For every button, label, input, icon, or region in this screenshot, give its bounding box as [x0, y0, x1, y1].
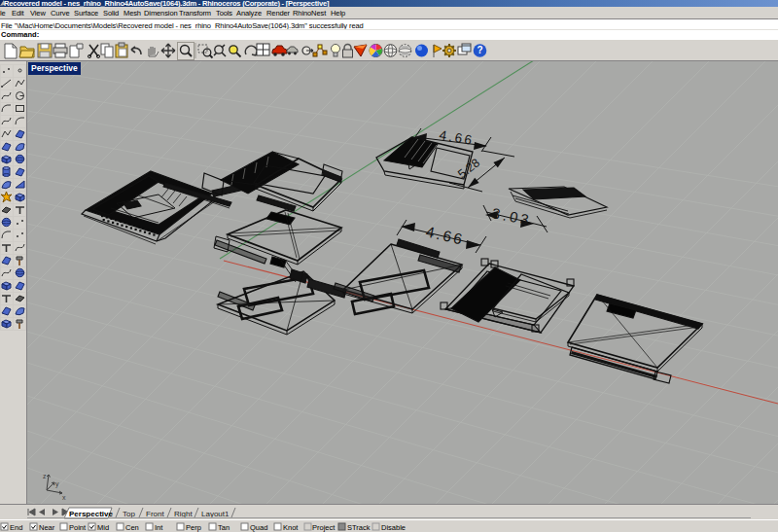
svg-text:Project: Project	[312, 523, 336, 532]
svg-text:End: End	[10, 523, 22, 532]
svg-text:Disable: Disable	[381, 523, 406, 532]
svg-text:Perp: Perp	[186, 523, 201, 532]
svg-text:Mid: Mid	[97, 523, 109, 532]
svg-text:Front: Front	[146, 510, 164, 518]
svg-text:x: x	[62, 494, 66, 501]
svg-text:Cen: Cen	[125, 523, 139, 532]
svg-text:Knot: Knot	[283, 523, 299, 532]
svg-text:?: ?	[477, 45, 482, 55]
svg-text:Tan: Tan	[218, 523, 230, 532]
svg-text:Right: Right	[174, 510, 193, 518]
svg-text:y: y	[55, 480, 59, 488]
svg-text:STrack: STrack	[347, 523, 371, 532]
svg-text:Top: Top	[123, 510, 135, 518]
svg-text:Quad: Quad	[250, 523, 267, 532]
svg-text:Near: Near	[39, 523, 55, 532]
svg-text:Perspective: Perspective	[69, 510, 113, 518]
svg-text:z: z	[43, 473, 47, 479]
svg-text:Point: Point	[69, 523, 87, 532]
svg-text:Int: Int	[155, 523, 163, 532]
svg-text:Layout1: Layout1	[201, 510, 230, 518]
